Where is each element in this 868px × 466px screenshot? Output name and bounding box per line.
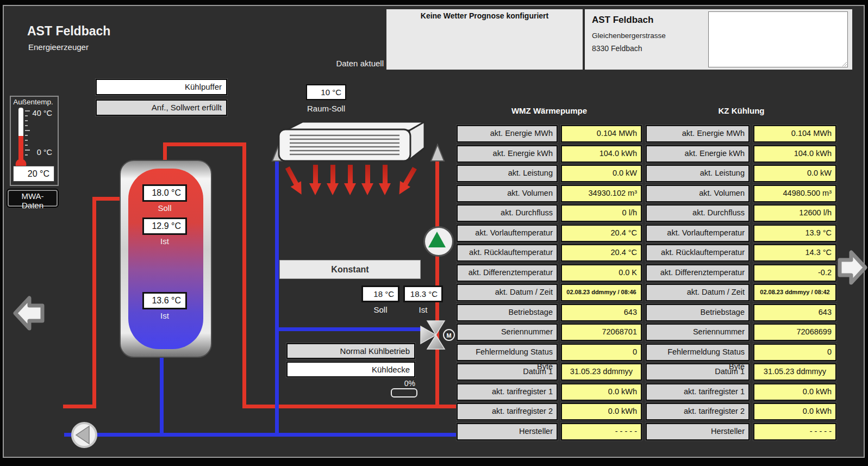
meter-label-cell: akt. Rücklauftemperatur bbox=[646, 244, 750, 262]
page-title: AST Feldbach bbox=[27, 24, 110, 39]
operating-mode-field: Normal Kühlbetrieb bbox=[286, 343, 415, 359]
meter-value-cell: 13.9 °C bbox=[753, 225, 836, 242]
control-mode-field: Konstant bbox=[279, 260, 421, 279]
pipe-hot-mid-vertical bbox=[242, 142, 246, 408]
meter-label-cell: akt. tarifregister 1 bbox=[457, 383, 558, 401]
site-street: Gleichenbergerstrasse bbox=[592, 32, 666, 40]
pipe-cold-tank-bottom bbox=[160, 353, 164, 437]
meter-label-cell: akt. Datum / Zeit bbox=[457, 284, 558, 301]
pipe-hot-riser bbox=[435, 152, 439, 408]
meter-label-cell: akt. Energie MWh bbox=[457, 125, 558, 142]
meter-value-cell: 0.0 kWh bbox=[561, 383, 642, 401]
meter-value-cell: 12600 l/h bbox=[753, 204, 836, 222]
tank-temp-top-value: 18.0 °C bbox=[142, 184, 187, 202]
pipe-hot-left-vertical bbox=[92, 197, 96, 408]
meter-value-cell: 34930.102 m³ bbox=[561, 185, 642, 202]
data-status-label: Daten aktuell bbox=[304, 59, 384, 68]
meter-label-cell: akt. Volumen bbox=[457, 185, 558, 202]
meter-value-cell: 0.0 kWh bbox=[753, 383, 836, 401]
meter-label-cell: akt. Energie MWh bbox=[646, 125, 750, 142]
cold-air-arrow-icon bbox=[379, 165, 391, 196]
circuit-ist-value: 18.3 °C bbox=[403, 285, 443, 302]
tank-temp-mid-value: 12.9 °C bbox=[142, 218, 187, 235]
weather-forecast-box: Keine Wetter Prognose konfiguriert bbox=[386, 9, 583, 70]
meter-value-cell: 02.08.23 ddmmyy / 08:42 bbox=[753, 284, 836, 301]
scada-screen: AST Feldbach Energieerzeuger Daten aktue… bbox=[0, 0, 868, 466]
meter-label-cell: Hersteller bbox=[457, 423, 558, 440]
valve-position-percent: 0% bbox=[380, 379, 415, 388]
meter-label-cell: Betriebstage bbox=[457, 304, 558, 321]
meter-label-cell: akt. Differenztemperatur bbox=[457, 264, 558, 282]
meter-label-cell: Seriennummer bbox=[646, 324, 750, 341]
cold-air-arrow-icon bbox=[309, 165, 321, 196]
meter-label-cell: akt. Energie kWh bbox=[646, 145, 750, 163]
meter-label-cell: Datum 1 bbox=[457, 363, 558, 381]
buffer-title-field: Kühlpuffer bbox=[96, 79, 227, 95]
wmz-value-column: 0.104 MWh 104.0 kWh 0.0 kW 34930.102 m³ … bbox=[561, 125, 642, 443]
notes-textarea[interactable] bbox=[708, 11, 848, 67]
pipe-cold-riser bbox=[275, 152, 279, 437]
cold-air-arrow-icon bbox=[344, 165, 356, 196]
meter-value-cell: 0.0 kW bbox=[561, 165, 642, 182]
cold-air-arrow-icon bbox=[327, 165, 339, 196]
meter-label-cell: akt. tarifregister 2 bbox=[646, 403, 750, 420]
tank-temp-mid-label: Ist bbox=[142, 237, 187, 246]
meter-value-cell: 72068701 bbox=[561, 324, 642, 341]
room-setpoint-value: 10 °C bbox=[306, 84, 346, 100]
outdoor-temp-value: 20 °C bbox=[13, 166, 54, 182]
kz-label-column: akt. Energie MWh akt. Energie kWh akt. L… bbox=[646, 125, 750, 443]
outdoor-scale-max: 40 °C bbox=[27, 109, 52, 117]
pipe-hot-top-horizontal bbox=[163, 142, 246, 146]
meter-label-cell: akt. tarifregister 2 bbox=[457, 403, 558, 420]
meter-value-cell: 0.0 K bbox=[561, 264, 642, 282]
pipe-connector-right-icon bbox=[429, 142, 446, 162]
meter-value-cell: - - - - - bbox=[561, 423, 642, 440]
mwa-daten-button[interactable]: MWA-Daten bbox=[8, 190, 58, 207]
meter-value-cell: 0.0 kW bbox=[753, 165, 836, 182]
meter-label-cell: akt. Vorlauftemperatur bbox=[457, 225, 558, 242]
valve-position-bar bbox=[391, 388, 417, 397]
room-setpoint-label: Raum-Soll bbox=[296, 104, 356, 113]
meter-label-cell: akt. tarifregister 1 bbox=[646, 383, 750, 401]
tank-temp-bottom-value: 13.6 °C bbox=[142, 292, 187, 309]
pipe-hot-left-stub bbox=[63, 405, 96, 408]
meter-label-cell: akt. Leistung bbox=[457, 165, 558, 182]
nav-back-arrow[interactable] bbox=[11, 291, 47, 336]
circulation-pump-icon bbox=[423, 226, 454, 257]
site-city: 8330 Feldbach bbox=[592, 44, 642, 53]
svg-text:M: M bbox=[446, 332, 451, 339]
meter-label-cell: Fehlermeldung Status Byte bbox=[646, 344, 750, 361]
kz-value-column: 0.104 MWh 104.0 kWh 0.0 kW 44980.500 m³ … bbox=[753, 125, 836, 443]
return-pump-icon bbox=[70, 421, 98, 449]
meter-label-cell: akt. Durchfluss bbox=[457, 204, 558, 222]
circuit-ist-label: Ist bbox=[403, 305, 443, 314]
meter-label-cell: akt. Datum / Zeit bbox=[646, 284, 750, 301]
outdoor-scale-min: 0 °C bbox=[27, 148, 52, 157]
nav-forward-arrow[interactable] bbox=[838, 246, 868, 290]
meter-value-cell: 0.104 MWh bbox=[561, 125, 642, 142]
meter-label-cell: akt. Leistung bbox=[646, 165, 750, 182]
meter-label-cell: akt. Volumen bbox=[646, 185, 750, 202]
circuit-soll-value: 18 °C bbox=[361, 285, 399, 302]
meter-value-cell: 20.4 °C bbox=[561, 225, 642, 242]
meter-value-cell: 31.05.23 ddmmyy bbox=[561, 363, 642, 381]
meter-value-cell: 104.0 kWh bbox=[561, 145, 642, 163]
wmz-label-column: akt. Energie MWh akt. Energie kWh akt. L… bbox=[457, 125, 558, 443]
meter-label-cell: Hersteller bbox=[646, 423, 750, 440]
table-title-wmz: WMZ Wärmepumpe bbox=[457, 106, 642, 115]
meter-value-cell: 0.0 kWh bbox=[753, 403, 836, 420]
meter-label-cell: akt. Differenztemperatur bbox=[646, 264, 750, 282]
meter-value-cell: 20.4 °C bbox=[561, 244, 642, 262]
meter-label-cell: Betriebstage bbox=[646, 304, 750, 321]
tank-temp-top-label: Soll bbox=[142, 203, 187, 213]
textarea-resize-grip-icon[interactable] bbox=[841, 61, 847, 67]
meter-value-cell: 104.0 kWh bbox=[753, 145, 836, 163]
meter-value-cell: -0.2 bbox=[753, 264, 836, 282]
cold-air-arrow-icon bbox=[361, 165, 373, 196]
meter-label-cell: Fehlermeldung Status Byte bbox=[457, 344, 558, 361]
page-subtitle: Energieerzeuger bbox=[28, 42, 89, 52]
buffer-status-field: Anf., Sollwert erfüllt bbox=[96, 100, 227, 116]
meter-value-cell: 0 bbox=[561, 344, 642, 361]
meter-value-cell: 0.104 MWh bbox=[753, 125, 836, 142]
meter-value-cell: 0.0 kWh bbox=[561, 403, 642, 420]
